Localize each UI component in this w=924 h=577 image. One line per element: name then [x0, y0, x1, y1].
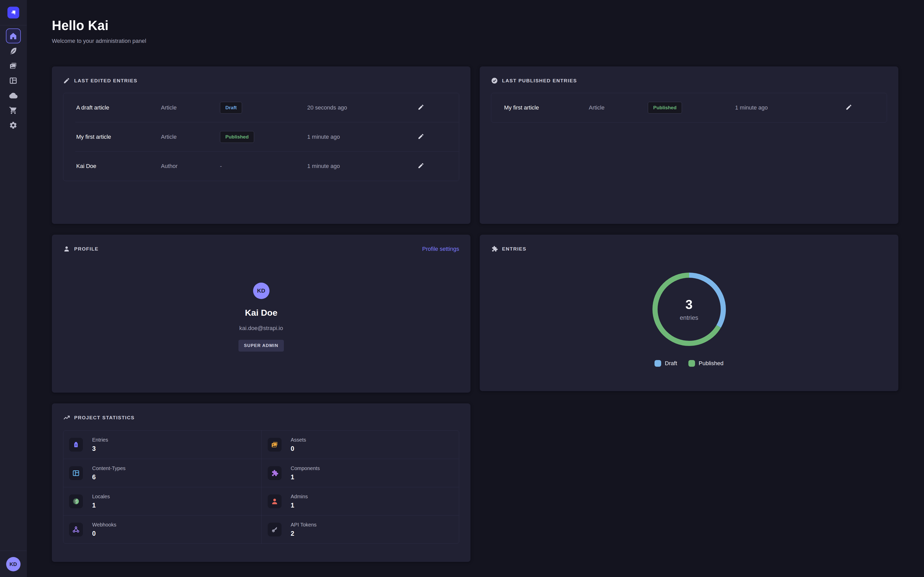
- status-dash: -: [220, 163, 307, 169]
- images-icon: [268, 438, 281, 451]
- stat-value: 2: [291, 530, 317, 537]
- card-title: LAST EDITED ENTRIES: [74, 78, 137, 84]
- entries-count: 3: [686, 297, 693, 312]
- user-avatar[interactable]: KD: [6, 557, 21, 571]
- project-statistics-card: PROJECT STATISTICS Entries 3: [52, 403, 470, 562]
- stat-label: API Tokens: [291, 522, 317, 528]
- edit-button[interactable]: [418, 162, 424, 170]
- puzzle-icon: [491, 245, 498, 252]
- stat-value: 1: [92, 501, 110, 509]
- stat-label: Webhooks: [92, 522, 116, 528]
- stat-value: 6: [92, 474, 126, 481]
- strapi-admin-dashboard: KD Hello Kai Welcome to your administrat…: [0, 0, 924, 577]
- page-subtitle: Welcome to your administration panel: [52, 38, 898, 44]
- media-library-icon: [9, 61, 18, 70]
- stat-label: Assets: [291, 437, 306, 443]
- globe-icon: [69, 495, 83, 508]
- entry-name: Kai Doe: [76, 163, 161, 169]
- user-icon: [63, 245, 70, 252]
- profile-card: PROFILE Profile settings KD Kai Doe kai.…: [52, 235, 470, 393]
- entry-name: A draft article: [76, 105, 161, 111]
- archive-icon: [69, 438, 83, 451]
- profile-name: Kai Doe: [245, 308, 278, 318]
- stat-value: 0: [291, 445, 306, 452]
- legend-item-draft: Draft: [654, 360, 677, 367]
- profile-email: kai.doe@strapi.io: [239, 325, 283, 332]
- entries-donut-chart: 3 entries: [651, 271, 728, 348]
- last-published-table: My first article Article Published 1 min…: [491, 93, 887, 122]
- sidebar-footer: KD: [0, 551, 26, 577]
- published-swatch: [688, 360, 695, 367]
- entries-count-label: entries: [680, 314, 698, 321]
- entry-name: My first article: [504, 105, 589, 111]
- status-badge: Published: [220, 131, 254, 143]
- entry-time: 1 minute ago: [307, 134, 418, 140]
- stat-label: Entries: [92, 437, 108, 443]
- stat-value: 1: [291, 474, 320, 481]
- status-badge: Published: [648, 102, 682, 114]
- entry-type: Author: [161, 163, 220, 169]
- last-edited-table: A draft article Article Draft 20 seconds…: [63, 93, 459, 181]
- card-title: PROJECT STATISTICS: [74, 415, 134, 421]
- stat-api-tokens: API Tokens 2: [261, 515, 459, 543]
- marketplace-cart-icon: [9, 106, 18, 114]
- edit-button[interactable]: [845, 104, 852, 111]
- sidebar-item-content-manager[interactable]: [6, 44, 21, 58]
- card-title: ENTRIES: [502, 246, 527, 252]
- entry-type: Article: [161, 105, 220, 111]
- sidebar: KD: [0, 0, 27, 577]
- table-row[interactable]: A draft article Article Draft 20 seconds…: [63, 93, 459, 122]
- stat-value: 3: [92, 445, 108, 452]
- pencil-icon: [63, 77, 70, 84]
- edit-button[interactable]: [418, 104, 424, 111]
- profile-avatar: KD: [253, 283, 270, 299]
- stat-label: Content-Types: [92, 466, 126, 471]
- legend-item-published: Published: [688, 360, 724, 367]
- stat-entries: Entries 3: [63, 430, 261, 459]
- role-badge: SUPER ADMIN: [238, 340, 284, 351]
- pencil-icon: [418, 162, 424, 169]
- layout-icon: [69, 466, 83, 480]
- stat-components: Components 1: [261, 459, 459, 487]
- entry-type: Article: [589, 105, 648, 111]
- entries-card: ENTRIES 3 entries: [480, 235, 898, 391]
- sidebar-nav: [6, 29, 21, 132]
- profile-settings-link[interactable]: Profile settings: [422, 246, 459, 252]
- key-icon: [268, 523, 281, 537]
- webhook-icon: [69, 523, 83, 537]
- pencil-icon: [418, 133, 424, 140]
- page-title: Hello Kai: [52, 18, 898, 33]
- puzzle-icon: [268, 466, 281, 480]
- stat-content-types: Content-Types 6: [63, 459, 261, 487]
- stat-value: 0: [92, 530, 116, 537]
- entry-time: 20 seconds ago: [307, 105, 418, 111]
- status-badge: Draft: [220, 102, 242, 114]
- admin-user-icon: [268, 495, 281, 508]
- sidebar-item-marketplace[interactable]: [6, 103, 21, 118]
- sidebar-item-media-library[interactable]: [6, 58, 21, 73]
- stat-value: 1: [291, 501, 308, 509]
- entry-type: Article: [161, 134, 220, 140]
- table-row[interactable]: My first article Article Published 1 min…: [63, 122, 459, 152]
- cloud-icon: [9, 91, 18, 100]
- table-row[interactable]: Kai Doe Author - 1 minute ago: [63, 152, 459, 181]
- sidebar-item-content-type-builder[interactable]: [6, 73, 21, 88]
- sidebar-divider: [0, 25, 27, 26]
- card-title: LAST PUBLISHED ENTRIES: [502, 78, 577, 84]
- entry-time: 1 minute ago: [735, 105, 845, 111]
- table-row[interactable]: My first article Article Published 1 min…: [491, 93, 887, 122]
- check-circle-icon: [491, 77, 498, 84]
- pencil-icon: [845, 104, 852, 111]
- feather-icon: [9, 47, 18, 55]
- card-title: PROFILE: [74, 246, 99, 252]
- home-icon: [9, 32, 18, 40]
- edit-button[interactable]: [418, 133, 424, 141]
- sidebar-item-settings[interactable]: [6, 118, 21, 132]
- strapi-logo-glyph: [10, 9, 17, 16]
- stats-grid: Entries 3 Assets 0: [63, 430, 459, 544]
- stat-webhooks: Webhooks 0: [63, 515, 261, 543]
- sidebar-item-home[interactable]: [6, 29, 21, 44]
- sidebar-item-cloud[interactable]: [6, 88, 21, 103]
- strapi-logo[interactable]: [7, 6, 19, 18]
- pencil-icon: [418, 104, 424, 111]
